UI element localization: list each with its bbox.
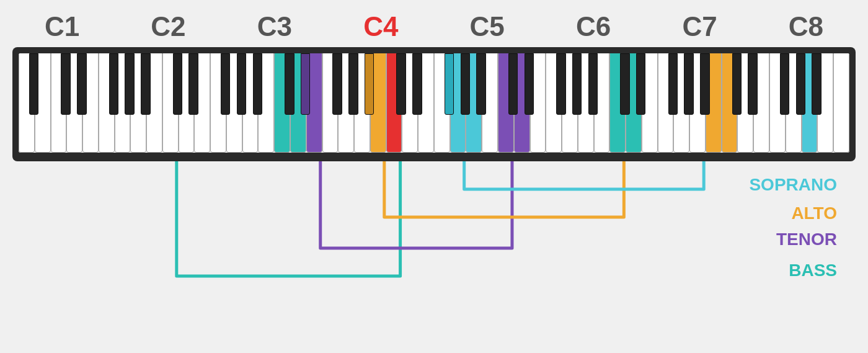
voice-label-alto: ALTO bbox=[791, 203, 837, 223]
voice-label-bass: BASS bbox=[789, 261, 837, 280]
bracket-svg bbox=[12, 161, 856, 298]
octave-label-c3: C3 bbox=[237, 11, 312, 42]
octave-labels: C1 C2 C3 C4 C5 C6 C7 C8 bbox=[19, 11, 849, 42]
piano-wrapper bbox=[12, 47, 856, 161]
voice-label-tenor: TENOR bbox=[776, 230, 837, 249]
bracket-area: SOPRANO ALTO TENOR BASS bbox=[12, 161, 856, 298]
voice-label-soprano: SOPRANO bbox=[749, 175, 837, 195]
octave-label-c7: C7 bbox=[663, 11, 737, 42]
octave-label-c1: C1 bbox=[25, 11, 99, 42]
keyboard bbox=[19, 53, 849, 153]
octave-label-c8: C8 bbox=[769, 11, 843, 42]
octave-label-c2: C2 bbox=[131, 11, 205, 42]
octave-label-c4: C4 bbox=[343, 11, 418, 42]
octave-label-c6: C6 bbox=[556, 11, 631, 42]
octave-label-c5: C5 bbox=[450, 11, 525, 42]
